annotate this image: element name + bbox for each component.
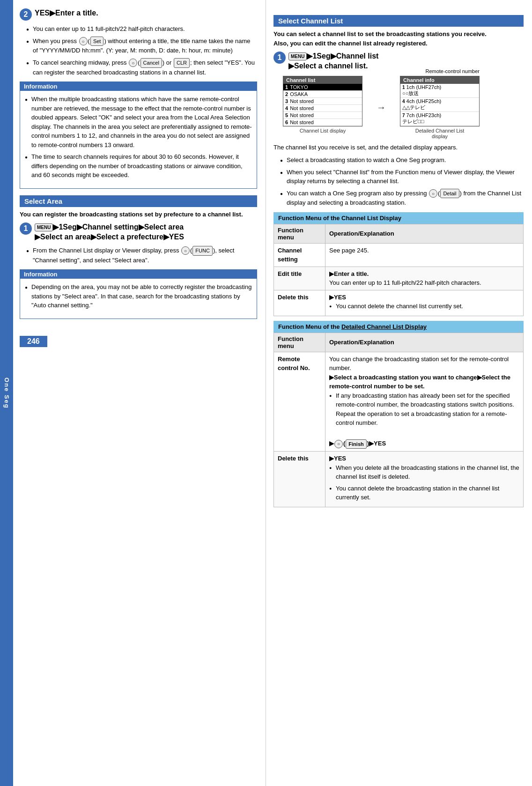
func-menu-delete-this: Delete this — [274, 290, 325, 316]
side-tab-label: One Seg — [3, 378, 10, 409]
key-cancel: Cancel — [140, 58, 162, 68]
func-row-rc-no: Remotecontrol No. You can change the bro… — [274, 352, 524, 451]
channel-info-header: Channel info — [400, 76, 479, 84]
select-area-step1-bullets: From the Channel List display or Viewer … — [20, 246, 257, 265]
func-row-channel-setting: Channelsetting See page 245. — [274, 243, 524, 267]
channel-row-1: 1TOKYO — [283, 84, 362, 91]
right-column: Select Channel List You can select a cha… — [266, 0, 532, 786]
key-finish: Finish — [346, 439, 366, 449]
func-detailed-title2: Detailed Channel List Display — [341, 323, 427, 330]
info-box2-title: Information — [20, 270, 257, 279]
channel-list-box-header: Channel list — [283, 76, 362, 84]
func-menu-channel-setting: Channelsetting — [274, 243, 325, 267]
key-menu-right: MENU — [288, 52, 307, 60]
left-column: 2 YES▶Enter a title. You can enter up to… — [13, 0, 266, 786]
step2-bullet1: You can enter up to 11 full-pitch/22 hal… — [26, 24, 257, 34]
func-desc-channel-setting: See page 245. — [325, 243, 524, 267]
func-menu-edit-title: Edit title — [274, 267, 325, 290]
desc2: Also, you can edit the channel list alre… — [273, 40, 428, 47]
channel-info-box-wrapper: Channel info 1 1ch (UHF27ch)○○放送 4 4ch (… — [400, 76, 480, 139]
select-area-desc: You can register the broadcasting statio… — [20, 210, 257, 219]
key-circle-cancel[interactable]: ○ — [129, 59, 137, 67]
func-desc-delete-this: ▶YES You cannot delete the channel list … — [325, 290, 524, 316]
info-box2-bullets: Depending on the area, you may not be ab… — [25, 282, 252, 310]
info-box1-bullets: When the multiple broadcasting stations … — [25, 95, 252, 180]
desc-after: The channel list you receive is set, and… — [273, 143, 524, 152]
right-step1-header: 1 MENU▶1Seg▶Channel list▶Select a channe… — [273, 52, 524, 71]
channel-info-row1: 1 1ch (UHF27ch)○○放送 — [400, 84, 479, 98]
side-tab: One Seg — [0, 0, 13, 786]
rc-number-label: Remote-control number — [425, 68, 480, 74]
channel-row-5: 5Not stored — [283, 112, 362, 119]
select-area-title: Select Area — [24, 197, 62, 205]
func-col2-header: Operation/Explanation — [325, 224, 524, 243]
channel-row-2: 2OSAKA — [283, 91, 362, 98]
info2-bullet1: Depending on the area, you may not be ab… — [25, 282, 252, 310]
delete-detailed-bullet1: When you delete all the broadcasting sta… — [329, 463, 519, 482]
right-step1-title: MENU▶1Seg▶Channel list▶Select a channel … — [288, 52, 378, 71]
step2-bullets: You can enter up to 11 full-pitch/22 hal… — [20, 24, 257, 77]
select-channel-list-header: Select Channel List — [273, 15, 524, 27]
info-box1: Information When the multiple broadcasti… — [20, 82, 257, 189]
select-channel-list-title: Select Channel List — [278, 17, 343, 25]
info-box1-title: Information — [20, 82, 257, 91]
key-circle-set[interactable]: ○ — [79, 37, 88, 45]
cl-bullet2: When you select "Channel list" from the … — [280, 168, 524, 186]
channel-row-3: 3Not stored — [283, 98, 362, 105]
info-bullet1: When the multiple broadcasting stations … — [25, 95, 252, 149]
func-desc-delete-detailed: ▶YES When you delete all the broadcastin… — [325, 452, 524, 507]
desc1: You can select a channel list to set the… — [273, 30, 487, 37]
func-table-channel: Function menu Operation/Explanation Chan… — [273, 224, 524, 316]
select-area-step1-header: 1 MENU▶1Seg▶Channel setting▶Select area▶… — [20, 222, 257, 242]
key-circle-finish[interactable]: ○ — [334, 440, 343, 448]
func-detailed-col2: Operation/Explanation — [325, 333, 524, 352]
key-func: FUNC — [192, 246, 213, 256]
select-area-step1-circle: 1 — [20, 222, 32, 235]
key-detail: Detail — [440, 189, 459, 199]
key-set: Set — [90, 37, 104, 46]
select-area-bullet1: From the Channel List display or Viewer … — [26, 246, 257, 265]
channel-list-area: Remote-control number Channel list 1TOKY… — [283, 76, 524, 139]
select-channel-list-desc: You can select a channel list to set the… — [273, 30, 524, 48]
func-menu-rc-no: Remotecontrol No. — [274, 352, 325, 451]
channel-info-box: Channel info 1 1ch (UHF27ch)○○放送 4 4ch (… — [400, 76, 480, 126]
step2-circle: 2 — [20, 8, 32, 21]
func-table-detailed: Function menu Operation/Explanation Remo… — [273, 333, 524, 507]
delete-detailed-bullet2: You cannot delete the broadcasting stati… — [329, 484, 519, 502]
page-number: 246 — [20, 336, 47, 347]
func-desc-rc-no: You can change the broadcasting station … — [325, 352, 524, 451]
func-detailed-title1: Function Menu of the — [278, 323, 340, 330]
func-detailed-col1: Function menu — [274, 333, 325, 352]
rc-bullet1: If any broadcasting station has already … — [329, 391, 519, 428]
cl-bullet1: Select a broadcasting station to watch a… — [280, 156, 524, 165]
channel-list-label: Channel List display — [283, 128, 362, 133]
key-circle-detail[interactable]: ○ — [429, 189, 437, 198]
channel-info-row2: 4 4ch (UHF25ch)△△テレビ — [400, 98, 479, 112]
key-clr: CLR — [174, 58, 190, 68]
func-col1-header: Function menu — [274, 224, 325, 243]
func-menu-channel-title: Function Menu of the Channel List Displa… — [278, 215, 401, 222]
cl-bullet3: You can watch a One Seg program also by … — [280, 189, 524, 208]
channel-row-6: 6Not stored — [283, 119, 362, 126]
info-box2: Information Depending on the area, you m… — [20, 269, 257, 319]
channel-list-box: Channel list 1TOKYO 2OSAKA 3Not stored 4… — [283, 76, 362, 133]
channel-row-4: 4Not stored — [283, 105, 362, 112]
func-row-delete-detailed: Delete this ▶YES When you delete all the… — [274, 452, 524, 507]
right-step1-circle: 1 — [273, 52, 286, 64]
key-circle-func[interactable]: ○ — [181, 246, 190, 255]
key-menu-icon: MENU — [35, 223, 53, 231]
channel-list-inner: Channel list 1TOKYO 2OSAKA 3Not stored 4… — [283, 76, 362, 126]
delete-this-bullet: You cannot delete the channel list curre… — [329, 302, 519, 311]
func-menu-delete-detailed: Delete this — [274, 452, 325, 507]
channel-info-row3: 7 7ch (UHF23ch)テレビ□□ — [400, 112, 479, 126]
func-desc-edit-title: ▶Enter a title. You can enter up to 11 f… — [325, 267, 524, 290]
func-menu-detailed-header: Function Menu of the Detailed Channel Li… — [273, 321, 524, 333]
step2-bullet2: When you press ○(Set) without entering a… — [26, 37, 257, 55]
step2-header: 2 YES▶Enter a title. — [20, 8, 257, 21]
step2-bullet3: To cancel searching midway, press ○(Canc… — [26, 58, 257, 77]
arrow-connector: → — [377, 102, 386, 113]
select-area-header: Select Area — [20, 195, 257, 207]
channel-list-bullets: Select a broadcasting station to watch a… — [273, 156, 524, 208]
func-menu-channel-header: Function Menu of the Channel List Displa… — [273, 212, 524, 224]
info-bullet2: The time to search channels requires for… — [25, 152, 252, 180]
